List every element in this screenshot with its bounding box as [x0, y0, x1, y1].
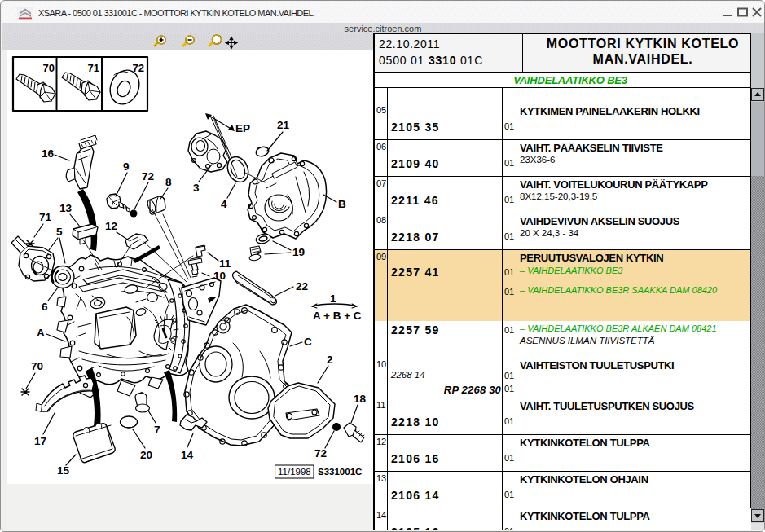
svg-text:A + B + C: A + B + C	[313, 310, 362, 322]
svg-text:C: C	[304, 336, 312, 348]
svg-text:A: A	[37, 327, 45, 339]
svg-text:72: 72	[142, 170, 154, 182]
svg-text:17: 17	[34, 435, 46, 447]
svg-text:6: 6	[42, 301, 48, 313]
svg-text:70: 70	[31, 360, 43, 372]
svg-text:72: 72	[314, 447, 327, 459]
svg-text:7: 7	[154, 424, 160, 436]
svg-text:71: 71	[88, 62, 99, 74]
svg-text:8: 8	[165, 176, 172, 188]
svg-text:3: 3	[193, 182, 200, 194]
svg-text:11: 11	[219, 257, 231, 270]
svg-text:19: 19	[292, 246, 305, 258]
svg-text:18: 18	[354, 393, 367, 405]
svg-text:15: 15	[57, 464, 70, 477]
svg-text:21: 21	[277, 119, 290, 131]
svg-text:20: 20	[140, 449, 152, 461]
svg-text:EP: EP	[235, 122, 250, 134]
svg-text:1: 1	[330, 292, 336, 305]
svg-text:70: 70	[43, 62, 55, 74]
svg-text:11/1998: 11/1998	[278, 467, 311, 477]
svg-text:4: 4	[221, 198, 227, 210]
svg-text:22: 22	[296, 280, 308, 292]
svg-text:71: 71	[39, 211, 52, 223]
svg-text:9: 9	[123, 160, 130, 173]
svg-text:2: 2	[327, 354, 333, 366]
svg-text:13: 13	[59, 202, 73, 214]
svg-text:10: 10	[213, 270, 226, 282]
svg-text:14: 14	[181, 449, 194, 461]
svg-text:16: 16	[42, 147, 55, 160]
svg-text:S331001C: S331001C	[318, 467, 362, 477]
svg-text:5: 5	[56, 226, 63, 238]
svg-text:B: B	[338, 198, 346, 210]
svg-text:12: 12	[105, 220, 117, 232]
